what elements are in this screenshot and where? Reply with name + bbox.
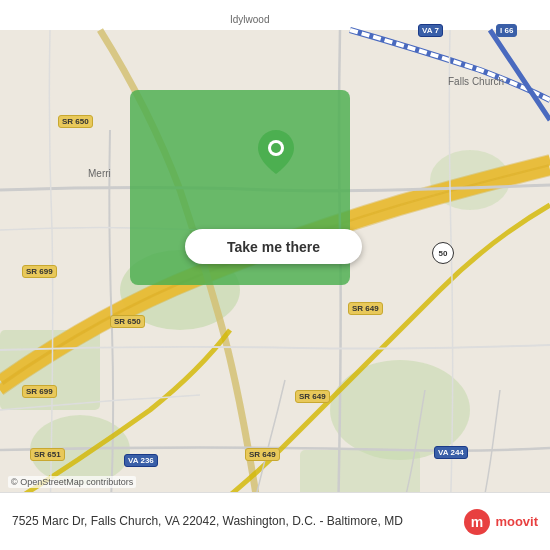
map-label-merri: Merri bbox=[88, 168, 111, 179]
road-badge-sr650-1: SR 650 bbox=[58, 115, 93, 128]
road-badge-sr699-2: SR 699 bbox=[22, 385, 57, 398]
svg-point-8 bbox=[271, 143, 281, 153]
svg-text:m: m bbox=[471, 514, 483, 530]
road-badge-sr651: SR 651 bbox=[30, 448, 65, 461]
road-badge-sr650-2: SR 650 bbox=[110, 315, 145, 328]
map-label-falls-church: Falls Church bbox=[448, 76, 504, 87]
road-badge-sr649-1: SR 649 bbox=[348, 302, 383, 315]
road-badge-sr649-2: SR 649 bbox=[295, 390, 330, 403]
moovit-icon: m bbox=[463, 508, 491, 536]
svg-point-3 bbox=[330, 360, 470, 460]
road-badge-va244: VA 244 bbox=[434, 446, 468, 459]
road-badge-i66: I 66 bbox=[496, 24, 517, 37]
map-label-idylwood: Idylwood bbox=[230, 14, 269, 25]
take-me-there-button[interactable]: Take me there bbox=[185, 229, 362, 264]
bottom-bar: 7525 Marc Dr, Falls Church, VA 22042, Wa… bbox=[0, 492, 550, 550]
road-badge-sr699-1: SR 699 bbox=[22, 265, 57, 278]
moovit-brand-name: moovit bbox=[495, 514, 538, 529]
location-pin bbox=[258, 130, 294, 174]
road-badge-va236: VA 236 bbox=[124, 454, 158, 467]
road-badge-us50: 50 bbox=[432, 242, 454, 264]
map-attribution: © OpenStreetMap contributors bbox=[8, 476, 136, 488]
road-badge-va7: VA 7 bbox=[418, 24, 443, 37]
road-badge-sr649-3: SR 649 bbox=[245, 448, 280, 461]
address-text: 7525 Marc Dr, Falls Church, VA 22042, Wa… bbox=[12, 513, 403, 530]
moovit-logo: m moovit bbox=[463, 508, 538, 536]
map-container: SR 650 SR 650 SR 699 SR 699 SR 649 SR 64… bbox=[0, 0, 550, 550]
